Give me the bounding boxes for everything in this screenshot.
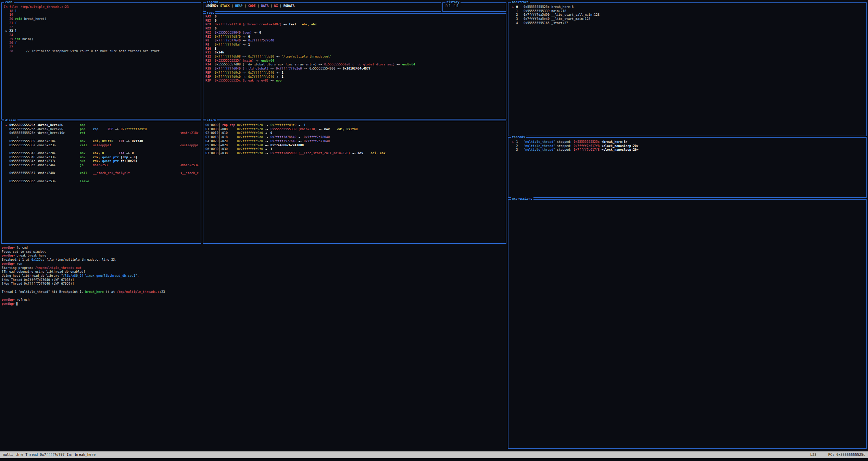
registers-content: RAX 0RBX 0RCX 0x7ffff7e11219 (pthread_cr… bbox=[203, 14, 506, 119]
text-line: 21 { bbox=[4, 21, 199, 25]
status-pc: PC: 0x55555555525c bbox=[828, 453, 865, 457]
history-panel-title: history bbox=[445, 0, 461, 4]
threads-panel: threads ► 1 "multiple_thread" stopped: 0… bbox=[508, 137, 867, 198]
text-line: 0x55555555525d <break_here+9> pop rbp RB… bbox=[4, 127, 199, 132]
text-line bbox=[2, 294, 506, 298]
text-line: ► 0 0x55555555525c break_here+8 bbox=[511, 5, 864, 9]
text-line: R15 0x7ffff7ffd040 (_rtld_global) —▸ 0x7… bbox=[205, 67, 504, 71]
backtrace-panel: backtrace ► 0 0x55555555525c break_here+… bbox=[508, 2, 867, 136]
text-line: 0x55555555525e <break_here+10> ret<main+… bbox=[4, 131, 199, 135]
text-line: 18 } bbox=[4, 9, 199, 13]
text-line: ► 0x55555555525c <break_here+8> nop bbox=[4, 123, 199, 127]
text-line: pwndbg> fs cmd bbox=[2, 246, 506, 250]
threads-content: ► 1 "multiple_thread" stopped: 0x5555555… bbox=[508, 138, 866, 197]
text-line: 22 bbox=[4, 25, 199, 29]
text-line: RCX 0x7ffff7e11219 (pthread_create+1497)… bbox=[205, 23, 504, 27]
legend-content: LEGEND: STACK | HEAP | CODE | DATA | WX … bbox=[203, 3, 441, 11]
text-line: R10 8 bbox=[205, 47, 504, 51]
text-line: 00:0000│ rbp rsp 0x7fffffffd9c0 —▸ 0x7ff… bbox=[205, 123, 504, 127]
text-line: Thread 1 "multiple_thread" hit Breakpoin… bbox=[2, 290, 506, 294]
registers-panel: regs RAX 0RBX 0RCX 0x7ffff7e11219 (pthre… bbox=[203, 13, 506, 120]
text-line: R11 0x246 bbox=[205, 51, 504, 55]
stack-content: 00:0000│ rbp rsp 0x7fffffffd9c0 —▸ 0x7ff… bbox=[203, 121, 506, 243]
text-line: 19 bbox=[4, 13, 199, 17]
text-line: 07:0038│+038 0x7fffffffd9f8 —▸ 0x7ffff7d… bbox=[205, 151, 504, 155]
text-line: RBX 0 bbox=[205, 19, 504, 23]
text-line: RBP 0x7fffffffd9c0 —▸ 0x7fffffffd9f0 ◄— … bbox=[205, 71, 504, 75]
text-line: [New Thread 0x7ffff7577640 (LWP 67059)] bbox=[2, 282, 506, 286]
text-line: 0x555555555339 <main+218> mov edi, 0x1f4… bbox=[4, 139, 199, 144]
text-line: [New Thread 0x7ffff7d78640 (LWP 67058)] bbox=[2, 278, 506, 282]
text-line: ↓ bbox=[4, 135, 199, 139]
threads-panel-title: threads bbox=[511, 135, 526, 139]
text-line: In file: /tmp/multiple_threads.c:23 bbox=[4, 5, 199, 9]
text-line: R13 0x55555555525f (main) ◄— endbr64 bbox=[205, 59, 504, 63]
status-left-text: multi-thre Thread 0x7ffff7d797 In: break… bbox=[3, 451, 96, 458]
legend-panel-title: legend bbox=[206, 0, 219, 4]
text-line: R8 0x7ffff7577640 ◄— 0x7ffff7577640 bbox=[205, 39, 504, 43]
text-line: 24 bbox=[4, 33, 199, 37]
history-back-button[interactable]: [←] bbox=[445, 4, 451, 8]
text-line: 04:0020│+020 0x7fffffffd9e0 —▸ 0x7ffff75… bbox=[205, 139, 504, 144]
text-line: 0x55555555534c <main+237> sub rdx, qword… bbox=[4, 159, 199, 163]
disasm-panel-title: disasm bbox=[4, 119, 17, 123]
code-content: In file: /tmp/multiple_threads.c:23 18 }… bbox=[2, 3, 201, 119]
text-line: Breakpoint 1 at 0x125c: file /tmp/multip… bbox=[2, 258, 506, 262]
backtrace-panel-title: backtrace bbox=[511, 0, 530, 4]
text-line: 2 0x7ffff7da5d90 __libc_start_call_main+… bbox=[511, 13, 864, 17]
text-line: ► 1 "multiple_thread" stopped: 0x5555555… bbox=[511, 140, 864, 144]
text-line bbox=[2, 286, 506, 290]
text-line: R14 0x555555557d88 (__do_global_dtors_au… bbox=[205, 63, 504, 67]
text-line: 25 int main() bbox=[4, 37, 199, 41]
registers-panel-title: regs bbox=[206, 11, 215, 15]
status-bar: multi-thre Thread 0x7ffff7d797 In: break… bbox=[0, 451, 868, 458]
text-line: [Thread debugging using libthread_db ena… bbox=[2, 270, 506, 274]
text-line: 0x555555555357 <main+248> call __stack_c… bbox=[4, 171, 199, 175]
code-panel: code In file: /tmp/multiple_threads.c:23… bbox=[1, 2, 201, 120]
backtrace-content: ► 0 0x55555555525c break_here+8 1 0x5555… bbox=[508, 3, 866, 136]
history-forward-button[interactable]: [→] bbox=[453, 4, 458, 8]
disasm-content: ► 0x55555555525c <break_here+8> nop 0x55… bbox=[2, 121, 201, 243]
text-line: 2 "multiple_thread" stopped: 0x7ffff7e61… bbox=[511, 144, 864, 148]
text-line: RSP 0x7fffffffd9c0 —▸ 0x7fffffffd9f0 ◄— … bbox=[205, 75, 504, 79]
text-line bbox=[4, 167, 199, 172]
text-line: 03:0018│+018 0x7fffffffd9d8 —▸ 0x7ffff7d… bbox=[205, 135, 504, 139]
text-line: LEGEND: STACK | HEAP | CODE | DATA | WX … bbox=[205, 4, 439, 8]
text-line: 0x55555555535c <main+253> leave bbox=[4, 179, 199, 184]
text-line: Focus set to cmd window. bbox=[2, 250, 506, 254]
text-line: 1 0x555555555339 main+218 bbox=[511, 9, 864, 13]
expressions-panel-title: expressions bbox=[511, 197, 533, 201]
text-line: 27 bbox=[4, 45, 199, 49]
status-line-number: L23 bbox=[810, 453, 817, 457]
text-line: RSI 0x7fffffffd8f0 ◄— 0 bbox=[205, 35, 504, 39]
expressions-panel: expressions bbox=[508, 199, 867, 449]
text-line: 20 void break_here() bbox=[4, 17, 199, 21]
text-line: pwndbg> refresh bbox=[2, 298, 506, 302]
expressions-content bbox=[508, 200, 866, 448]
text-line: 05:0028│+028 0x7fffffffd9e8 ◄— 0xf7a4866… bbox=[205, 144, 504, 148]
text-line: 0x555555555348 <main+233> mov rdx, qword… bbox=[4, 155, 199, 160]
terminal-output[interactable]: pwndbg> fs cmdFocus set to cmd window.pw… bbox=[2, 246, 506, 306]
text-line bbox=[4, 147, 199, 151]
text-line: ► 23 } bbox=[4, 29, 199, 33]
text-line: RDX 0 bbox=[205, 27, 504, 31]
text-line: 3 "multiple_thread" stopped: 0x7ffff7e61… bbox=[511, 148, 864, 152]
stack-panel-title: stack bbox=[206, 119, 217, 123]
text-line: 26 { bbox=[4, 41, 199, 45]
history-panel: history [←][→] bbox=[442, 2, 506, 12]
text-line: RDI 0x555555558040 (sem) ◄— 0 bbox=[205, 31, 504, 35]
disasm-panel: disasm ► 0x55555555525c <break_here+8> n… bbox=[1, 121, 201, 244]
text-line: 3 0x7ffff7da5e40 __libc_start_main+128 bbox=[511, 17, 864, 21]
code-panel-title: code bbox=[4, 0, 14, 4]
text-line: 0x55555555533e <main+223> call usleep@pl… bbox=[4, 144, 199, 148]
text-line bbox=[4, 175, 199, 179]
text-line: 0x555555555343 <main+228> mov eax, 0 EAX… bbox=[4, 151, 199, 155]
text-line: 01:0008│+008 0x7fffffffd9c8 —▸ 0x5555555… bbox=[205, 127, 504, 132]
text-line: Starting program: /tmp/multiple_threads.… bbox=[2, 266, 506, 270]
text-line: 4 0x555555555165 _start+37 bbox=[511, 21, 864, 25]
legend-panel: legend LEGEND: STACK | HEAP | CODE | DAT… bbox=[203, 2, 441, 12]
text-line: RAX 0 bbox=[205, 15, 504, 19]
text-line: pwndbg> run bbox=[2, 262, 506, 266]
text-line: pwndbg> ▌ bbox=[2, 302, 506, 306]
text-line: Using host libthread_db library "/lib/x8… bbox=[2, 274, 506, 278]
